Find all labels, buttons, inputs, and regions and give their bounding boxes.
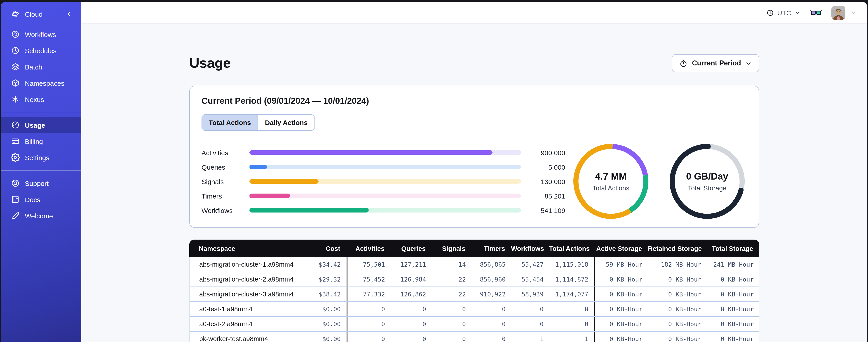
actions-bar-chart: Activities 900,000 Queries 5,000 Signals… bbox=[202, 150, 565, 212]
sidebar-item-support[interactable]: Support bbox=[1, 175, 81, 191]
table-cell: 126,862 bbox=[391, 290, 432, 298]
column-header-total-actions: Total Actions bbox=[549, 245, 594, 252]
table-cell: 0 bbox=[391, 320, 432, 328]
stopwatch-icon bbox=[679, 59, 688, 67]
table-cell: 1 bbox=[512, 335, 550, 342]
namespace-link[interactable]: abs-migration-cluster-2.a98mm4 bbox=[199, 276, 293, 283]
bar-label: Queries bbox=[202, 163, 249, 171]
table-cell: 0 KB-Hour bbox=[648, 320, 707, 328]
tab-daily-actions[interactable]: Daily Actions bbox=[258, 114, 314, 130]
namespaces-icon bbox=[11, 78, 20, 88]
table-cell: 0 KB-Hour bbox=[594, 317, 648, 331]
table-cell: 0 bbox=[347, 317, 391, 331]
sidebar-collapse-button[interactable] bbox=[65, 9, 75, 19]
app-window: Cloud Workflows Schedules Batch Namespac… bbox=[1, 2, 867, 342]
bar-track bbox=[249, 165, 521, 169]
sidebar-item-label: Nexus bbox=[25, 95, 44, 103]
support-icon bbox=[11, 179, 20, 188]
sidebar-item-schedules[interactable]: Schedules bbox=[1, 42, 81, 59]
table-cell: 22 bbox=[432, 290, 472, 298]
table-cell: 0 bbox=[432, 320, 472, 328]
sidebar-item-namespaces[interactable]: Namespaces bbox=[1, 75, 81, 91]
table-cell: 126,984 bbox=[391, 276, 432, 283]
sidebar-item-usage[interactable]: Usage bbox=[1, 117, 81, 133]
table-cell: 0 KB-Hour bbox=[707, 276, 760, 283]
table-cell: 55,454 bbox=[512, 276, 550, 283]
chevron-down-icon bbox=[794, 9, 801, 16]
timezone-select[interactable]: UTC bbox=[766, 9, 801, 16]
table-row: a0-test-1.a98mm4 $0.000000000 KB-Hour0 K… bbox=[190, 302, 758, 317]
table-header: NamespaceCostActivitiesQueriesSignalsTim… bbox=[189, 240, 759, 257]
column-header-queries: Queries bbox=[391, 245, 432, 252]
bar-value: 85,201 bbox=[521, 192, 565, 200]
usage-summary-card: Current Period (09/01/2024 — 10/01/2024)… bbox=[189, 86, 759, 228]
table-row: a0-test-2.a98mm4 $0.000000000 KB-Hour0 K… bbox=[190, 317, 758, 332]
avatar bbox=[831, 6, 845, 20]
table-cell: 22 bbox=[432, 276, 472, 283]
tab-total-actions[interactable]: Total Actions bbox=[202, 114, 258, 130]
column-header-signals: Signals bbox=[432, 245, 471, 252]
sidebar-item-label: Settings bbox=[25, 153, 49, 161]
namespace-link[interactable]: a0-test-2.a98mm4 bbox=[199, 320, 252, 328]
table-cell: 0 KB-Hour bbox=[648, 290, 707, 298]
topbar: UTC bbox=[81, 2, 867, 24]
bar-label: Activities bbox=[202, 149, 249, 156]
bar-chart-row: Timers 85,201 bbox=[202, 194, 565, 198]
actions-tabs: Total Actions Daily Actions bbox=[202, 114, 315, 131]
table-cell: 182 MB-Hour bbox=[648, 261, 707, 268]
column-header-namespace: Namespace bbox=[189, 245, 304, 252]
sidebar-item-welcome[interactable]: Welcome bbox=[1, 208, 81, 224]
namespace-link[interactable]: abs-migration-cluster-3.a98mm4 bbox=[199, 290, 293, 298]
sidebar-item-label: Usage bbox=[25, 121, 45, 129]
bar-chart-row: Signals 130,000 bbox=[202, 179, 565, 184]
schedules-icon bbox=[11, 46, 20, 55]
sidebar-item-label: Support bbox=[25, 179, 49, 187]
namespace-link[interactable]: a0-test-1.a98mm4 bbox=[199, 305, 252, 313]
bar-value: 541,109 bbox=[521, 206, 565, 214]
feedback-glasses-button[interactable] bbox=[810, 6, 823, 19]
namespace-cell: bk-worker-test.a98mm4 bbox=[190, 335, 304, 342]
sidebar-item-nexus[interactable]: Nexus bbox=[1, 91, 81, 107]
table-cell: 0 bbox=[550, 305, 594, 313]
namespace-cell: abs-migration-cluster-1.a98mm4 bbox=[190, 261, 304, 268]
table-cell: 0 bbox=[391, 305, 432, 313]
table-cell: $34.42 bbox=[304, 261, 347, 268]
table-cell: 75,452 bbox=[347, 272, 391, 286]
temporal-logo-icon bbox=[11, 9, 20, 19]
sidebar-item-label: Schedules bbox=[25, 47, 57, 55]
namespace-link[interactable]: bk-worker-test.a98mm4 bbox=[199, 335, 268, 342]
sidebar-item-billing[interactable]: Billing bbox=[1, 133, 81, 149]
bar-value: 130,000 bbox=[521, 177, 565, 185]
sidebar-divider bbox=[1, 170, 81, 171]
sidebar-header-label: Cloud bbox=[25, 10, 42, 18]
bar-chart-row: Activities 900,000 bbox=[202, 150, 565, 155]
table-row: bk-worker-test.a98mm4 $0.000000110 KB-Ho… bbox=[190, 332, 758, 342]
bar-chart-row: Workflows 541,109 bbox=[202, 208, 565, 212]
total-storage-donut: 0 GB/Day Total Storage bbox=[668, 142, 747, 221]
account-menu[interactable] bbox=[831, 6, 856, 20]
namespace-link[interactable]: abs-migration-cluster-1.a98mm4 bbox=[199, 261, 293, 268]
namespace-cell: abs-migration-cluster-3.a98mm4 bbox=[190, 290, 304, 298]
sidebar-item-settings[interactable]: Settings bbox=[1, 149, 81, 166]
table-cell: 75,501 bbox=[347, 257, 391, 272]
column-header-cost: Cost bbox=[304, 245, 346, 252]
total-actions-label: Total Actions bbox=[593, 184, 629, 192]
period-dropdown-button[interactable]: Current Period bbox=[672, 54, 759, 72]
chevron-left-icon bbox=[65, 10, 73, 18]
table-cell: 127,211 bbox=[391, 261, 432, 268]
table-cell: 910,922 bbox=[472, 290, 512, 298]
table-cell: $0.00 bbox=[304, 305, 347, 313]
sidebar-item-label: Docs bbox=[25, 196, 40, 203]
sidebar-item-workflows[interactable]: Workflows bbox=[1, 26, 81, 42]
sidebar-item-batch[interactable]: Batch bbox=[1, 59, 81, 75]
sidebar-item-docs[interactable]: Docs bbox=[1, 191, 81, 208]
column-header-retained-storage: Retained Storage bbox=[648, 245, 707, 252]
bar-chart-row: Queries 5,000 bbox=[202, 165, 565, 169]
column-header-active-storage: Active Storage bbox=[594, 245, 648, 252]
table-cell: 241 MB-Hour bbox=[707, 261, 760, 268]
table-cell: 1,115,018 bbox=[550, 261, 594, 268]
table-cell: 0 KB-Hour bbox=[707, 320, 760, 328]
column-header-workflows: Workflows bbox=[511, 245, 549, 252]
table-cell: 0 bbox=[347, 332, 391, 342]
docs-icon bbox=[11, 195, 20, 204]
